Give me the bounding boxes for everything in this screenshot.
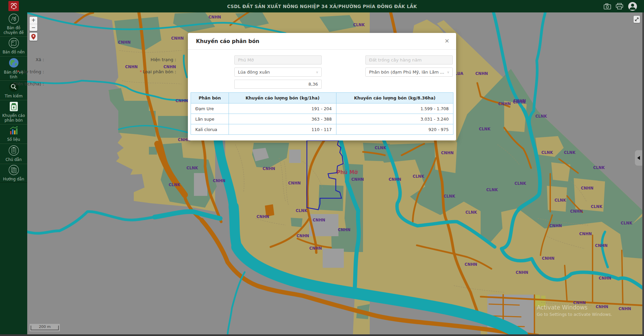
landuse-label: CNHN: [171, 36, 184, 41]
landuse-label: CNHN: [125, 65, 137, 69]
sidebar-item-satellite-map[interactable]: Bản đồ vệ tinh: [0, 56, 27, 80]
table-row: Đạm Ure191 - 2041.599 - 1.708: [191, 103, 453, 114]
landuse-label: CNHN: [595, 243, 607, 248]
landuse-label: CLNK: [486, 187, 498, 192]
landuse-label: CNHN: [475, 71, 488, 76]
landuse-label: CLNK: [413, 174, 425, 179]
sidebar-item-base-map[interactable]: Bản đồ nền: [0, 36, 27, 56]
landuse-label: CNHN: [208, 15, 221, 19]
dien-tich-label: Diện tích(ha) :: [13, 81, 44, 86]
thematic-map-icon: [8, 13, 19, 24]
guide-icon: [8, 165, 19, 175]
app-logo: [8, 1, 19, 11]
sidebar: Bản đồ chuyên đề Bản đồ nền Bản đồ vệ ti…: [0, 12, 27, 334]
landuse-label: CNHN: [175, 98, 188, 103]
zoom-out-button[interactable]: −: [30, 24, 37, 31]
loai-phan-bon-label: *Loại phân bón :: [140, 69, 176, 74]
table-cell: Kali clorua: [191, 124, 229, 135]
landuse-label: CNHN: [263, 166, 275, 171]
user-avatar-icon[interactable]: [628, 2, 637, 11]
landuse-label: CNHN: [465, 262, 477, 267]
modal-title: Khuyến cáo phân bón: [196, 38, 259, 44]
table-cell: 1.599 - 1.708: [336, 103, 453, 114]
landuse-label: CNHN: [599, 276, 611, 281]
legend-icon: [8, 145, 19, 156]
sidebar-item-statistics[interactable]: Số liệu: [0, 124, 27, 143]
landuse-label: CNHN: [313, 218, 325, 222]
landuse-label: CNHN: [581, 186, 593, 191]
landuse-label: CNHN: [163, 65, 176, 69]
landuse-label: CLNK: [564, 150, 576, 155]
landuse-label: CNHN: [256, 214, 269, 219]
landuse-label: CNHN: [389, 177, 401, 182]
fertilizer-modal: Khuyến cáo phân bón ✕ Xã : Phú Mỡ Hiện t…: [188, 33, 456, 140]
table-header-kg836ha: Khuyến cáo lượng bón (kg/8.36ha): [336, 93, 453, 103]
satellite-map-icon: [8, 57, 19, 69]
base-map-icon: [8, 38, 19, 48]
landuse-label: CLNK: [466, 210, 477, 215]
statistics-icon: [8, 126, 19, 136]
landuse-label: CNHN: [549, 223, 562, 228]
fullscreen-button[interactable]: [634, 16, 640, 23]
landuse-label: CNHN: [516, 270, 528, 275]
dien-tich-input[interactable]: 8,36: [234, 80, 322, 89]
landuse-label: CLNK: [621, 221, 633, 225]
landuse-label: CNHN: [513, 98, 526, 103]
landuse-label: CNHN: [498, 101, 511, 106]
landuse-label: CNHN: [309, 246, 322, 251]
sidebar-item-fertilizer[interactable]: Khuyến cáo phân bón: [0, 100, 27, 124]
landuse-label: CLNK: [479, 127, 491, 131]
locate-pin-button[interactable]: [30, 33, 37, 41]
page-title: CSDL ĐẤT SẢN XUẤT NÔNG NGHIỆP 34 XÃ/PHƯỜ…: [0, 4, 644, 9]
landuse-label: CLNK: [169, 182, 180, 187]
fertilizer-icon: [9, 101, 19, 112]
landuse-label: CNHN: [351, 177, 364, 182]
printer-icon[interactable]: [616, 3, 623, 9]
table-cell: 363 - 388: [229, 114, 336, 124]
landuse-label: CNHN: [296, 234, 309, 238]
xa-input[interactable]: Phú Mỡ: [234, 55, 322, 65]
landuse-label: CLNK: [555, 198, 566, 203]
landuse-label: CLNK: [593, 165, 605, 170]
table-row: Kali clorua110 - 117920 - 975: [191, 124, 453, 135]
xa-label: Xã :: [36, 57, 44, 62]
app-header: CSDL ĐẤT SẢN XUẤT NÔNG NGHIỆP 34 XÃ/PHƯỜ…: [0, 0, 644, 12]
table-header-phan-bon: Phân bón: [191, 93, 229, 103]
landuse-label: CNHN: [542, 256, 554, 261]
landuse-label: CNHN: [579, 232, 592, 236]
landuse-label: CNHN: [338, 227, 350, 232]
landuse-label: CLNK: [591, 204, 603, 209]
loai-phan-bon-select[interactable]: Phân bón (đạm Phú Mỹ, lân Lâm ...∨: [365, 68, 453, 77]
map-pin-icon: [31, 34, 36, 40]
sidebar-item-legend[interactable]: Chú dẫn: [0, 143, 27, 164]
right-edge-strip: [642, 12, 644, 334]
hien-trang-input[interactable]: Đất trồng cây hàng năm: [365, 55, 453, 65]
sidebar-item-thematic-map[interactable]: Bản đồ chuyên đề: [0, 12, 27, 36]
modal-header: Khuyến cáo phân bón ✕: [188, 33, 456, 50]
landuse-label: CLNK: [515, 181, 526, 186]
bottom-edge-strip: [0, 334, 644, 336]
table-row: Lân supe363 - 3883.031 - 3.240: [191, 114, 453, 124]
hien-trang-label: Hiện trạng :: [151, 57, 176, 62]
sidebar-item-guide[interactable]: Hướng dẫn: [0, 164, 27, 183]
collapse-arrow-icon: [637, 156, 640, 160]
landuse-label: CLNK: [444, 194, 455, 199]
camera-icon[interactable]: [604, 3, 611, 9]
expand-arrows-icon: [635, 17, 639, 21]
cay-trong-select[interactable]: Lúa đông xuân∨: [234, 68, 322, 77]
landuse-label: LUA: [455, 71, 464, 76]
landuse-label: CNHN: [213, 178, 225, 183]
recommendation-table: Phân bón Khuyến cáo lượng bón (kg/1ha) K…: [191, 92, 453, 135]
table-cell: 110 - 117: [229, 124, 336, 135]
zoom-in-button[interactable]: +: [30, 17, 37, 24]
landuse-label: CNHN: [570, 209, 582, 214]
scale-text: 200 m: [30, 325, 60, 329]
landuse-label: CLNK: [535, 114, 547, 119]
modal-close-button[interactable]: ✕: [445, 38, 449, 44]
table-cell: Đạm Ure: [191, 103, 229, 114]
table-cell: 920 - 975: [336, 124, 453, 135]
landuse-label: CNHN: [118, 40, 130, 45]
table-cell: 3.031 - 3.240: [336, 114, 453, 124]
table-cell: 191 - 204: [229, 103, 336, 114]
landuse-label: CLNK: [375, 145, 387, 150]
